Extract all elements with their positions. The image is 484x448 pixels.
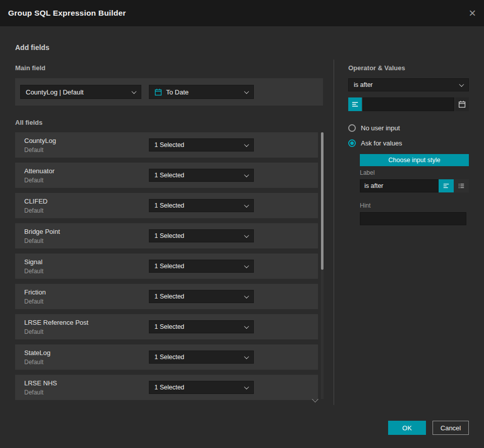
ask-for-values-radio[interactable]: Ask for values	[348, 139, 402, 147]
field-selection-value: 1 Selected	[154, 232, 184, 239]
field-sublabel: Default	[24, 328, 88, 335]
main-field-heading: Main field	[15, 64, 45, 72]
field-selection-value: 1 Selected	[154, 384, 184, 391]
dialog-footer: OK Cancel	[388, 421, 469, 435]
list-bullets-icon	[458, 182, 465, 189]
list-style-button[interactable]	[454, 179, 469, 192]
ok-button[interactable]: OK	[388, 421, 426, 435]
all-fields-list: CountyLog Default 1 Selected Attenuator …	[15, 132, 318, 405]
field-name: CountyLog	[24, 137, 56, 144]
field-sublabel: Default	[24, 177, 55, 184]
field-name: LRSE NHS	[24, 379, 57, 387]
calendar-icon	[458, 101, 466, 108]
single-line-style-button[interactable]	[439, 179, 454, 192]
field-sublabel: Default	[24, 298, 46, 305]
chevron-down-icon	[244, 172, 249, 177]
field-name: Friction	[24, 288, 46, 296]
date-field-select[interactable]: To Date	[149, 85, 254, 99]
field-selection-value: 1 Selected	[154, 141, 184, 148]
label-input-row	[360, 179, 469, 192]
dialog-title: Group SQL Expression Builder	[8, 9, 126, 18]
field-info: LRSE Reference Post Default	[24, 319, 88, 335]
chevron-down-icon	[244, 293, 249, 298]
all-fields-heading: All fields	[15, 119, 42, 126]
field-name: Bridge Point	[24, 228, 60, 235]
list-icon	[351, 101, 359, 108]
chevron-down-icon	[244, 203, 249, 208]
choose-input-style-button[interactable]: Choose input style	[360, 154, 469, 166]
field-sublabel: Default	[24, 389, 57, 396]
list-scrollbar-track[interactable]	[321, 132, 324, 399]
add-fields-heading: Add fields	[15, 43, 49, 52]
field-selection-select[interactable]: 1 Selected	[149, 320, 254, 333]
field-info: CountyLog Default	[24, 137, 56, 154]
field-selection-select[interactable]: 1 Selected	[149, 381, 254, 394]
value-input[interactable]	[363, 97, 454, 111]
close-icon[interactable]: ×	[469, 7, 476, 19]
hint-input[interactable]	[360, 212, 466, 225]
operator-select[interactable]: is after	[348, 78, 469, 91]
radio-selected-icon	[348, 139, 356, 147]
field-selection-value: 1 Selected	[154, 323, 184, 330]
field-selection-select[interactable]: 1 Selected	[149, 138, 254, 152]
main-field-select[interactable]: CountyLog | Default	[20, 85, 141, 99]
column-divider	[334, 60, 334, 405]
cancel-button[interactable]: Cancel	[433, 421, 469, 435]
calendar-icon	[154, 88, 162, 96]
field-row: CountyLog Default 1 Selected	[15, 132, 318, 158]
field-sublabel: Default	[24, 146, 56, 154]
field-selection-value: 1 Selected	[154, 172, 184, 179]
no-user-input-radio[interactable]: No user input	[348, 124, 400, 132]
field-selection-select[interactable]: 1 Selected	[149, 351, 254, 364]
field-row: LRSE NHS Default 1 Selected	[15, 375, 318, 400]
radio-unselected-icon	[348, 124, 356, 132]
field-sublabel: Default	[24, 268, 43, 275]
field-selection-value: 1 Selected	[154, 263, 184, 270]
chevron-down-icon	[244, 142, 249, 147]
field-row: LRSE Reference Post Default 1 Selected	[15, 314, 318, 339]
field-info: Friction Default	[24, 288, 46, 305]
field-sublabel: Default	[24, 359, 50, 366]
field-name: StateLog	[24, 349, 50, 357]
field-name: LRSE Reference Post	[24, 319, 88, 326]
dialog-titlebar: Group SQL Expression Builder ×	[0, 0, 484, 26]
values-list-button[interactable]	[348, 97, 362, 111]
chevron-down-icon	[244, 233, 249, 238]
field-info: Attenuator Default	[24, 167, 55, 184]
value-input-row	[348, 97, 469, 111]
field-name: Attenuator	[24, 167, 55, 175]
field-selection-select[interactable]: 1 Selected	[149, 169, 254, 182]
field-selection-value: 1 Selected	[154, 354, 184, 361]
field-sublabel: Default	[24, 207, 47, 214]
field-selection-select[interactable]: 1 Selected	[149, 199, 254, 212]
chevron-down-icon	[244, 384, 249, 389]
label-caption: Label	[360, 169, 374, 176]
operator-select-value: is after	[354, 81, 373, 88]
align-left-icon	[443, 182, 450, 189]
field-info: StateLog Default	[24, 349, 50, 366]
main-field-panel: CountyLog | Default To Date	[15, 78, 323, 106]
field-selection-select[interactable]: 1 Selected	[149, 290, 254, 303]
field-info: Signal Default	[24, 258, 43, 275]
label-input[interactable]	[360, 179, 439, 192]
no-user-input-label: No user input	[361, 124, 400, 132]
field-selection-select[interactable]: 1 Selected	[149, 260, 254, 273]
field-name: Signal	[24, 258, 43, 266]
chevron-down-icon	[459, 82, 464, 87]
group-sql-expression-builder-dialog: Group SQL Expression Builder × Add field…	[0, 0, 484, 448]
chevron-down-icon	[244, 263, 249, 268]
hint-caption: Hint	[360, 202, 370, 209]
field-selection-value: 1 Selected	[154, 202, 184, 209]
ask-for-values-label: Ask for values	[361, 139, 402, 147]
field-info: LRSE NHS Default	[24, 379, 57, 396]
date-picker-button[interactable]	[455, 97, 469, 111]
date-field-select-value: To Date	[166, 88, 189, 96]
chevron-down-icon	[132, 89, 137, 94]
chevron-down-icon	[244, 324, 249, 329]
field-name: CLIFED	[24, 197, 47, 205]
field-row: CLIFED Default 1 Selected	[15, 193, 318, 218]
list-scrollbar-thumb[interactable]	[321, 132, 324, 270]
field-selection-select[interactable]: 1 Selected	[149, 229, 254, 242]
chevron-down-icon	[244, 89, 249, 94]
field-selection-value: 1 Selected	[154, 293, 184, 300]
